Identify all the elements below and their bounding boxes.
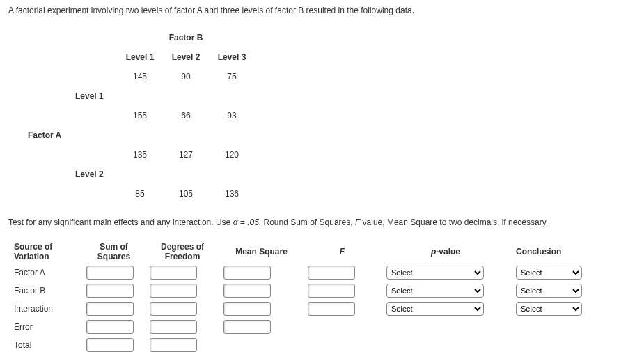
pvalue-factor-a-select[interactable]: Select: [386, 266, 484, 280]
df-error-input[interactable]: [150, 320, 197, 334]
a-level-1: Level 1: [70, 86, 117, 106]
ss-interaction-input[interactable]: [86, 302, 134, 316]
header-ss: Sum of Squares: [82, 240, 146, 263]
conclusion-factor-b-select[interactable]: Select: [516, 284, 582, 298]
header-pvalue: p-value: [381, 240, 510, 263]
ms-factor-b-input[interactable]: [223, 284, 271, 298]
data-cell: 155: [117, 106, 163, 125]
data-cell: 66: [163, 106, 209, 125]
b-level-1: Level 1: [117, 47, 163, 67]
ss-error-input[interactable]: [86, 320, 134, 334]
factor-b-title: Factor B: [163, 28, 209, 47]
header-source: Source of Variation: [8, 240, 82, 263]
row-label-interaction: Interaction: [8, 300, 82, 318]
df-interaction-input[interactable]: [150, 302, 197, 316]
header-df: Degrees of Freedom: [146, 240, 219, 263]
ss-factor-b-input[interactable]: [86, 284, 134, 298]
table-row: Factor A Select Select: [8, 263, 605, 282]
data-cell: 93: [209, 106, 255, 125]
data-cell: 120: [209, 145, 255, 164]
f-factor-b-input[interactable]: [308, 284, 355, 298]
intro-text: A factorial experiment involving two lev…: [8, 6, 636, 15]
data-cell: 90: [163, 67, 209, 86]
conclusion-interaction-select[interactable]: Select: [516, 302, 582, 316]
header-f: F: [304, 240, 381, 263]
row-label-factor-b: Factor B: [8, 282, 82, 300]
a-level-2: Level 2: [70, 164, 117, 184]
df-factor-a-input[interactable]: [150, 266, 197, 280]
row-label-error: Error: [8, 318, 82, 336]
table-row: Error: [8, 318, 605, 336]
ss-total-input[interactable]: [86, 338, 134, 352]
df-factor-b-input[interactable]: [150, 284, 197, 298]
f-interaction-input[interactable]: [308, 302, 355, 316]
instruction-text: Test for any significant main effects an…: [8, 217, 636, 227]
f-factor-a-input[interactable]: [308, 266, 355, 280]
ss-factor-a-input[interactable]: [86, 266, 134, 280]
data-cell: 145: [117, 67, 163, 86]
header-conclusion: Conclusion: [510, 240, 605, 263]
table-row: Factor B Select Select: [8, 282, 605, 300]
table-row: Total: [8, 336, 605, 352]
df-total-input[interactable]: [150, 338, 197, 352]
pvalue-interaction-select[interactable]: Select: [386, 302, 484, 316]
row-label-factor-a: Factor A: [8, 263, 82, 282]
data-cell: 105: [163, 184, 209, 204]
row-label-total: Total: [8, 336, 82, 352]
data-cell: 85: [117, 184, 163, 204]
data-cell: 127: [163, 145, 209, 164]
data-cell: 135: [117, 145, 163, 164]
table-row: Interaction Select Select: [8, 300, 605, 318]
factor-a-title: Factor A: [22, 125, 70, 145]
conclusion-factor-a-select[interactable]: Select: [516, 266, 582, 280]
ms-error-input[interactable]: [223, 320, 271, 334]
b-level-3: Level 3: [209, 47, 255, 67]
ms-interaction-input[interactable]: [223, 302, 271, 316]
factorial-data-table: Factor B Level 1 Level 2 Level 3 145 90 …: [22, 28, 255, 204]
header-ms: Mean Square: [219, 240, 304, 263]
pvalue-factor-b-select[interactable]: Select: [386, 284, 484, 298]
ms-factor-a-input[interactable]: [223, 266, 271, 280]
data-cell: 136: [209, 184, 255, 204]
b-level-2: Level 2: [163, 47, 209, 67]
anova-table: Source of Variation Sum of Squares Degre…: [8, 240, 605, 352]
data-cell: 75: [209, 67, 255, 86]
